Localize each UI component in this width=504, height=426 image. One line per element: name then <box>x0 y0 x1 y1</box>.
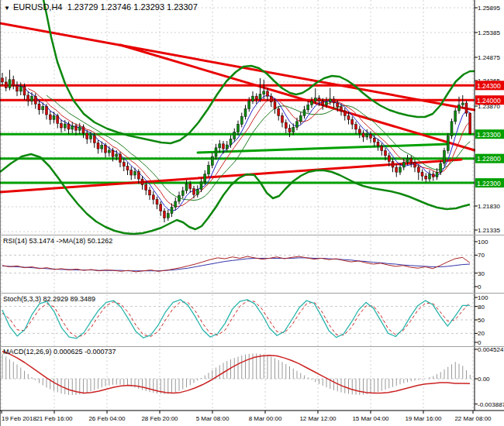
price-badge-label: 1.24000 <box>477 97 501 105</box>
chart-title: ▼EURUSD,H4 1.23729 1.23746 1.23293 1.233… <box>4 2 198 12</box>
candle-body <box>123 163 125 167</box>
candle-body <box>399 167 402 172</box>
candle-body <box>314 98 316 101</box>
candle-body <box>303 110 306 116</box>
candle-body <box>97 143 99 149</box>
candle-body <box>465 103 468 113</box>
candle-body <box>171 208 173 214</box>
candle-body <box>152 195 154 200</box>
stoch-label: Stoch(5,3,3) 82.2929 89.3489 <box>3 295 95 303</box>
price-axis-label: 1.25385 <box>478 29 500 36</box>
candle-body <box>263 91 265 94</box>
candle-body <box>366 134 368 137</box>
stoch-scale-label: 50 <box>478 317 485 324</box>
candle-body <box>134 172 136 175</box>
time-axis-label: 28 Feb 20:00 <box>141 415 178 422</box>
trendline-4[interactable] <box>198 144 448 153</box>
candle-body <box>362 133 364 137</box>
candle-body <box>458 105 461 111</box>
candle-body <box>343 111 346 115</box>
price-badge-label: 1.23300 <box>477 131 501 139</box>
candle-body <box>385 151 387 156</box>
candle-body <box>112 150 114 156</box>
rsi-scale-label: 0 <box>478 283 482 290</box>
price-badge-label: 1.24300 <box>477 82 501 90</box>
candle-body <box>226 145 228 149</box>
candle-body <box>31 96 33 101</box>
candle-body <box>145 185 147 191</box>
candle-body <box>130 170 133 175</box>
candle-body <box>267 91 269 96</box>
candle-body <box>78 127 81 130</box>
candle-body <box>237 125 240 132</box>
candle-body <box>248 101 250 108</box>
candle-body <box>322 101 324 105</box>
symbol-label: EURUSD,H4 <box>13 2 63 12</box>
rsi-label: RSI(14) 53.1474 ->MA(18) 50.1262 <box>3 237 112 245</box>
macd-scale-label: 0.004524 <box>478 346 504 353</box>
candle-body <box>370 134 372 138</box>
candle-body <box>57 115 59 123</box>
candle-body <box>116 154 118 156</box>
candle-body <box>429 174 431 179</box>
time-axis-label: 26 Feb 04:00 <box>88 415 126 422</box>
candle-body <box>299 115 302 122</box>
stoch-d-line <box>2 301 470 337</box>
candle-body <box>23 87 26 95</box>
candle-body <box>71 126 74 129</box>
candle-body <box>288 129 291 132</box>
candle-body <box>436 172 438 177</box>
candle-body <box>417 167 419 172</box>
price-axis-label: 1.21335 <box>478 227 500 234</box>
candle-body <box>164 211 166 218</box>
candle-body <box>185 184 188 191</box>
stoch-scale-label: 80 <box>478 304 485 311</box>
candle-body <box>19 87 22 91</box>
symbol-dropdown-icon[interactable]: ▼ <box>4 5 10 12</box>
candle-body <box>27 95 29 101</box>
candle-body <box>211 156 213 165</box>
candle-body <box>259 94 261 99</box>
time-axis-label: 19 Feb 2018 <box>2 415 36 422</box>
candle-body <box>285 122 287 129</box>
candle-body <box>414 163 416 167</box>
candle-body <box>337 103 339 107</box>
price-badge-label: 1.22800 <box>477 155 501 163</box>
candle-body <box>34 96 36 104</box>
chart-window: ▼EURUSD,H4 1.23729 1.23746 1.23293 1.233… <box>0 0 504 426</box>
candle-body <box>388 156 390 162</box>
candle-body <box>333 99 335 103</box>
candle-body <box>461 103 464 105</box>
candle-body <box>200 182 202 189</box>
candle-body <box>75 126 78 131</box>
candle-body <box>406 159 409 163</box>
candle-body <box>174 201 177 208</box>
candle-body <box>90 136 92 139</box>
candle-body <box>223 144 225 149</box>
candle-body <box>351 119 354 124</box>
candle-body <box>204 174 206 182</box>
candle-body <box>119 154 122 163</box>
candle-body <box>355 125 357 129</box>
time-axis-label: 21 Feb 16:00 <box>36 415 73 422</box>
candle-body <box>42 106 44 109</box>
candle-body <box>141 179 143 185</box>
chart-canvas[interactable]: 1.258951.253851.248751.243651.238701.218… <box>0 0 504 426</box>
candle-body <box>358 129 361 133</box>
ohlc-values: 1.23729 1.23746 1.23293 1.23307 <box>67 2 198 12</box>
candle-body <box>292 127 295 132</box>
candle-body <box>278 109 280 116</box>
candle-body <box>307 105 309 109</box>
candle-body <box>12 80 15 86</box>
candle-body <box>149 191 151 195</box>
candle-body <box>49 115 51 119</box>
time-axis-label: 15 Mar 04:00 <box>352 415 389 422</box>
candle-body <box>82 127 85 133</box>
candle-body <box>64 124 66 128</box>
time-axis-label: 22 Mar 08:00 <box>454 415 492 422</box>
candle-body <box>108 150 110 153</box>
rsi-scale-label: 70 <box>478 252 485 259</box>
stoch-scale-label: 100 <box>478 294 488 301</box>
candle-body <box>230 139 232 145</box>
candle-body <box>274 102 276 109</box>
